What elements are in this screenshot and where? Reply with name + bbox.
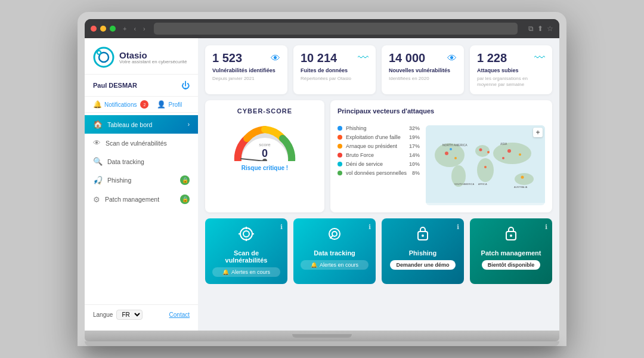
stat-sub-0: Depuis janvier 2021 [212,76,280,82]
stat-card-fuites: 10 214 〰 Fuites de données Répertoriées … [293,45,376,94]
svg-point-0 [94,48,113,67]
middle-row: CYBER-SCORE [205,100,552,212]
svg-point-30 [243,231,249,237]
info-icon-phishing: ℹ [457,223,459,231]
stat-number-1: 10 214 [301,51,337,65]
svg-point-10 [475,145,490,157]
scan-feature-icon [237,226,255,246]
tracking-alert: 🔔 Alertes en cours [301,260,369,270]
svg-point-22 [521,175,524,178]
stat-card-nouvelles: 14 000 👁 Nouvelles vulnérabilités Identi… [382,45,464,94]
stat-number-3: 1 228 [477,51,507,65]
nav-item-patch[interactable]: ⚙ Patch management 🔒 [85,190,198,209]
scan-feature-label: Scan de vulnérabilités [212,249,280,264]
svg-point-11 [477,158,494,182]
share-icon[interactable]: ⬆ [537,24,543,33]
logo-icon [93,47,114,68]
attack-item-2: Arnaque ou président 17% [338,143,420,149]
patch-available-button[interactable]: Bientôt disponible [482,260,541,270]
info-icon-scan: ℹ [280,223,283,231]
feature-card-scan[interactable]: ℹ Scan de vulnérabilités [205,218,287,284]
nav-item-tracking[interactable]: 🔍 Data tracking [85,152,198,171]
attack-label-2: Arnaque ou président [346,143,397,149]
attack-pct-0: 32% [409,125,420,131]
attack-label-0: Phishing [346,125,367,131]
forward-button[interactable]: › [143,25,145,32]
stat-sub-2: Identifiées en 2020 [389,76,457,82]
profile-link[interactable]: 👤 Profil [157,100,182,109]
close-dot[interactable] [91,26,97,32]
nav-item-dashboard[interactable]: 🏠 Tableau de bord › [85,115,198,134]
new-tab-button[interactable]: + [123,25,126,32]
url-bar[interactable] [154,23,518,35]
nav-item-phishing[interactable]: 🎣 Phishing 🔒 [85,171,198,190]
stat-header-2: 14 000 👁 [389,51,457,65]
attack-dot-0 [338,126,342,131]
feature-card-patch[interactable]: ℹ Patch management Bientôt disponible [470,218,552,284]
attack-list: Phishing 32% Exploitation d'une faille 1… [338,125,420,205]
laptop-base [85,331,559,341]
eye-icon-0: 👁 [271,53,280,64]
cyber-score-title: CYBER-SCORE [237,107,292,115]
attack-item-0: Phishing 32% [338,125,420,131]
stat-number-2: 14 000 [389,51,425,65]
attack-item-1: Exploitation d'une faille 19% [338,134,420,140]
split-view-icon[interactable]: ⧉ [528,24,534,33]
attack-pct-4: 10% [409,161,420,167]
person-icon: 👤 [157,100,166,109]
attack-dot-2 [338,144,342,149]
notifications-link[interactable]: 🔔 Notifications 2 [93,100,148,109]
logout-icon[interactable]: ⏻ [181,81,190,90]
scan-alert: 🔔 Alertes en cours [212,267,280,277]
svg-point-21 [484,166,487,168]
profile-label: Profil [168,101,182,108]
score-number: 0 [259,147,271,160]
laptop-shell: + ‹ › ⧉ ⬆ ☆ [78,12,566,346]
bottom-row: ℹ Scan de vulnérabilités [205,218,552,284]
sidebar: Otasio Votre assistant en cybersécurité … [85,38,198,331]
attack-label-3: Bruto Force [346,152,374,158]
language-select[interactable]: FR EN [116,310,143,320]
patch-feature-icon [503,226,519,246]
feature-card-tracking[interactable]: ℹ Data tracking 🔔 Alertes en cours [293,218,376,284]
main-content: 1 523 👁 Vulnérabilités identifiées Depui… [198,38,559,331]
attack-vectors-card: Principaux vecteurs d'attaques Phishing … [330,100,552,212]
feature-card-phishing[interactable]: ℹ Phishing Demander une démo [382,218,464,284]
svg-text:NORTH AMERICA: NORTH AMERICA [442,143,467,147]
stat-label-1: Fuites de données [301,67,369,73]
browser-bar: + ‹ › ⧉ ⬆ ☆ [85,19,559,38]
phishing-feature-label: Phishing [409,249,436,257]
svg-point-16 [479,148,482,151]
stat-number-0: 1 523 [212,51,242,65]
stat-sub-1: Répertoriées par Otasio [301,76,369,82]
notifications-label: Notifications [104,101,137,108]
svg-point-8 [435,143,465,167]
sidebar-logo: Otasio Votre assistant en cybersécurité [85,47,198,75]
info-icon-patch: ℹ [545,223,547,231]
sidebar-nav: 🏠 Tableau de bord › 👁 Scan de vulnérabil… [85,115,198,304]
maximize-dot[interactable] [110,26,116,32]
attack-dot-1 [338,135,342,140]
laptop-notch [292,334,352,338]
back-button[interactable]: ‹ [134,25,136,32]
wave-icon-1: 〰 [358,52,369,64]
stat-label-3: Attaques subies [477,67,545,73]
info-icon-tracking: ℹ [369,223,371,231]
phishing-demo-button[interactable]: Demander une démo [390,260,455,270]
attack-pct-3: 14% [409,152,420,158]
stat-label-2: Nouvelles vulnérabilités [389,67,457,73]
bell-alert-icon-scan: 🔔 [222,269,229,275]
map-zoom-button[interactable]: + [533,128,543,137]
contact-link[interactable]: Contact [169,311,190,318]
scan-icon: 👁 [93,138,101,147]
patch-feature-label: Patch management [481,249,541,257]
minimize-dot[interactable] [100,26,106,32]
svg-point-18 [507,149,511,153]
nav-dashboard-label: Tableau de bord [107,121,152,128]
bookmark-icon[interactable]: ☆ [547,24,553,33]
risk-label: Risque critique ! [242,165,288,171]
stat-label-0: Vulnérabilités identifiées [212,67,280,73]
stat-card-vulnerabilities: 1 523 👁 Vulnérabilités identifiées Depui… [205,45,287,94]
nav-item-scan[interactable]: 👁 Scan de vulnérabilités [85,134,198,152]
attack-label-4: Déni de service [346,161,383,167]
